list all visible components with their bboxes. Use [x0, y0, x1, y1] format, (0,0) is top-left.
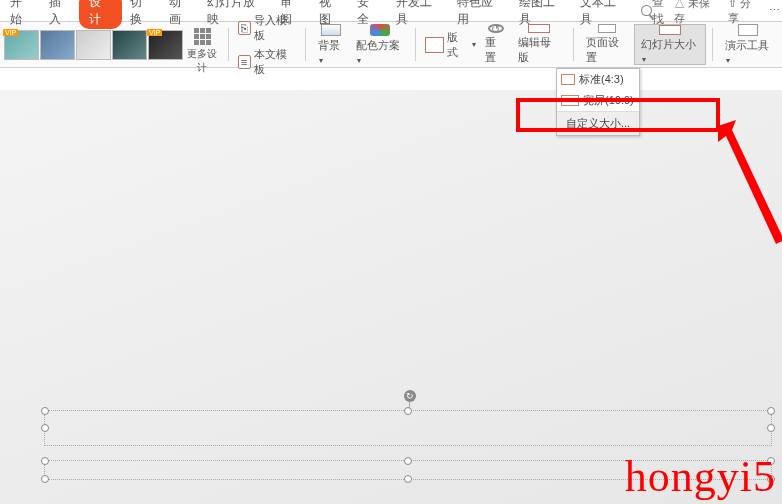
template-thumb[interactable] [4, 30, 39, 60]
resize-handle[interactable] [41, 424, 49, 432]
resize-handle[interactable] [41, 457, 49, 465]
watermark-text: hongyi5 [625, 451, 776, 502]
separator [415, 28, 416, 61]
resize-handle[interactable] [41, 407, 49, 415]
chevron-down-icon: ▾ [472, 40, 476, 49]
background-icon [321, 24, 341, 36]
page-setup-icon [598, 24, 616, 33]
layout-icon [425, 37, 444, 53]
chevron-down-icon: ▾ [642, 55, 646, 64]
annotation-highlight [516, 98, 720, 132]
share-icon: ⇧ [728, 0, 737, 9]
template-thumb[interactable] [112, 30, 147, 60]
grid-icon [194, 28, 211, 45]
separator [305, 28, 306, 61]
template-thumb[interactable] [40, 30, 75, 60]
slide-size-button[interactable]: 幻灯片大小▾ [634, 24, 706, 65]
unsaved-status[interactable]: △ 未保存 [674, 0, 717, 26]
slide-canvas[interactable] [0, 90, 782, 504]
resize-handle[interactable] [404, 407, 412, 415]
present-tools-button[interactable]: 演示工具▾ [719, 24, 778, 65]
size-standard-option[interactable]: 标准(4:3) [557, 69, 639, 90]
template-icon: ≡ [238, 55, 251, 69]
annotation-arrow [718, 120, 782, 250]
search-icon [641, 5, 651, 16]
edit-master-button[interactable]: 编辑母版 [512, 24, 566, 65]
import-template-button[interactable]: ⎘ 导入模板 [235, 12, 300, 44]
present-icon [738, 24, 758, 36]
resize-handle[interactable] [41, 475, 49, 483]
separator [712, 28, 713, 61]
page-setup-button[interactable]: 页面设置 [580, 24, 634, 65]
reset-icon [488, 24, 504, 33]
rotate-handle[interactable] [404, 390, 416, 402]
ratio-43-icon [561, 74, 575, 85]
chevron-down-icon: ▾ [319, 56, 323, 65]
master-icon [528, 24, 550, 33]
background-button[interactable]: 背景▾ [312, 24, 350, 65]
import-icon: ⎘ [238, 21, 251, 35]
color-scheme-button[interactable]: 配色方案▾ [350, 24, 409, 65]
palette-icon [370, 24, 390, 36]
share-button[interactable]: ⇧ 分享 [728, 0, 759, 26]
separator [573, 28, 574, 61]
layout-button[interactable]: 版式▾ [422, 29, 479, 61]
chevron-down-icon: ▾ [726, 56, 730, 65]
resize-handle[interactable] [404, 475, 412, 483]
template-thumb[interactable] [148, 30, 183, 60]
resize-handle[interactable] [767, 424, 775, 432]
more-icon[interactable]: ⋯ [769, 4, 780, 17]
chevron-down-icon: ▾ [357, 56, 361, 65]
svg-marker-0 [718, 120, 782, 244]
this-template-button[interactable]: ≡ 本文模板 [235, 46, 300, 78]
separator [228, 28, 229, 61]
text-placeholder[interactable] [44, 410, 772, 446]
resize-handle[interactable] [767, 407, 775, 415]
cloud-icon: △ [674, 0, 685, 9]
slide-size-icon [659, 25, 681, 35]
template-thumb[interactable] [76, 30, 111, 60]
resize-handle[interactable] [404, 457, 412, 465]
more-design-button[interactable]: 更多设计 [183, 24, 222, 65]
template-gallery [4, 24, 183, 65]
reset-button[interactable]: 重置 [479, 24, 512, 65]
